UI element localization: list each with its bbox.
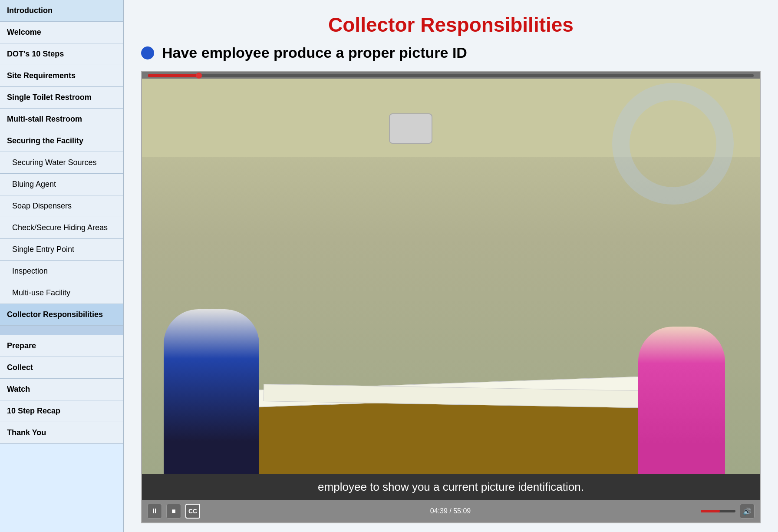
video-player: employee to show you a current picture i… — [141, 71, 761, 523]
video-controls-bar: ⏸ ■ CC 04:39 / 55:09 🔊 — [142, 500, 760, 522]
slide-title: Collector Responsibilities — [141, 13, 761, 36]
main-content: Collector Responsibilities Have employee… — [124, 0, 778, 532]
video-cc-button[interactable]: CC — [185, 504, 200, 519]
sidebar-item-introduction[interactable]: Introduction — [0, 0, 123, 22]
sidebar-spacer — [0, 326, 123, 335]
video-desk — [229, 396, 673, 474]
sidebar-item-10-step-recap[interactable]: 10 Step Recap — [0, 400, 123, 422]
video-progress-played — [148, 74, 199, 77]
sidebar-item-thank-you[interactable]: Thank You — [0, 422, 123, 444]
sidebar-item-single-entry[interactable]: Single Entry Point — [0, 239, 123, 261]
sidebar-item-dots-10-steps[interactable]: DOT's 10 Steps — [0, 43, 123, 65]
sidebar-item-collect[interactable]: Collect — [0, 357, 123, 379]
sidebar-item-welcome[interactable]: Welcome — [0, 22, 123, 43]
speaker-icon: 🔊 — [743, 507, 752, 515]
sidebar-item-multi-use[interactable]: Multi-use Facility — [0, 282, 123, 304]
video-scene — [142, 79, 760, 474]
sidebar-item-bluing-agent[interactable]: Bluing Agent — [0, 174, 123, 195]
bullet-dot-icon — [141, 46, 154, 59]
sidebar-item-inspection[interactable]: Inspection — [0, 261, 123, 282]
sidebar-item-site-requirements[interactable]: Site Requirements — [0, 65, 123, 87]
sidebar-item-check-secure[interactable]: Check/Secure Hiding Areas — [0, 217, 123, 239]
sidebar-item-watch[interactable]: Watch — [0, 379, 123, 400]
bullet-text: Have employee produce a proper picture I… — [162, 44, 467, 61]
video-progress-thumb[interactable] — [196, 73, 202, 79]
video-person-left — [164, 309, 259, 474]
video-progress-track[interactable] — [148, 74, 754, 77]
sidebar-item-securing-facility[interactable]: Securing the Facility — [0, 130, 123, 152]
sidebar-item-collector-responsibilities[interactable]: Collector Responsibilities — [0, 304, 123, 326]
video-watermark — [612, 83, 734, 205]
video-stop-button[interactable]: ■ — [166, 504, 181, 519]
video-volume-control[interactable] — [701, 510, 735, 512]
video-volume-fill — [701, 510, 720, 512]
bullet-point: Have employee produce a proper picture I… — [141, 44, 761, 61]
video-person-right — [638, 327, 725, 474]
video-frame — [142, 79, 760, 474]
video-progress-bar-area[interactable] — [142, 72, 760, 79]
sidebar-item-securing-water[interactable]: Securing Water Sources — [0, 152, 123, 174]
sidebar: Introduction Welcome DOT's 10 Steps Site… — [0, 0, 124, 532]
video-subtitle: employee to show you a current picture i… — [142, 474, 760, 500]
sidebar-item-multi-stall[interactable]: Multi-stall Restroom — [0, 109, 123, 130]
sidebar-item-single-toilet[interactable]: Single Toilet Restroom — [0, 87, 123, 109]
stop-icon: ■ — [171, 507, 176, 515]
video-volume-bar[interactable] — [701, 510, 735, 512]
video-mute-button[interactable]: 🔊 — [740, 504, 755, 519]
sidebar-item-prepare[interactable]: Prepare — [0, 335, 123, 357]
video-pause-button[interactable]: ⏸ — [147, 504, 162, 519]
sidebar-item-soap-dispensers[interactable]: Soap Dispensers — [0, 195, 123, 217]
video-time-display: 04:39 / 55:09 — [430, 507, 471, 515]
video-sink — [389, 113, 432, 144]
